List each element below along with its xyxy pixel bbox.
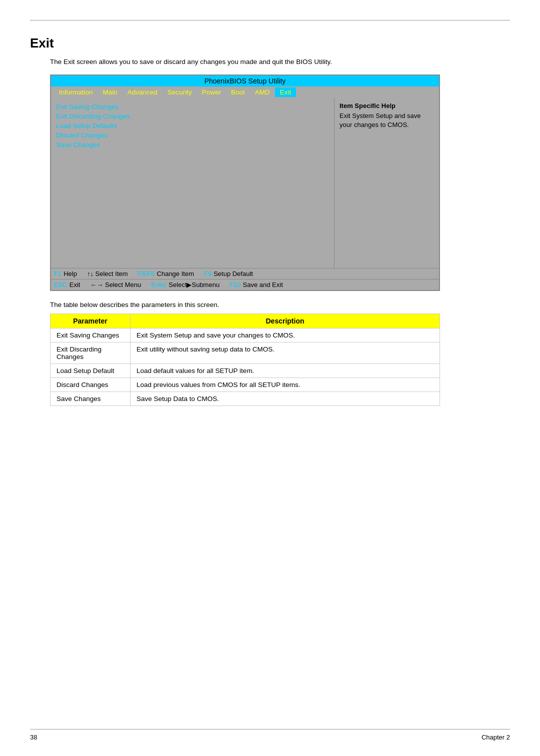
status-f10: F10 Save and Exit: [230, 281, 283, 288]
bios-help-panel: Item Specific Help Exit System Setup and…: [334, 98, 439, 268]
param-discard: Discard Changes: [50, 378, 130, 392]
bios-status-bar: F1 Help ↑↓ Select Item F5/F6 Change Item…: [51, 268, 439, 279]
status-enter: Enter Select▶Submenu: [151, 281, 220, 288]
status-f9: F9 Setup Default: [204, 270, 253, 278]
help-text: Exit System Setup and save your changes …: [340, 112, 434, 130]
status-select-menu: ←→ Select Menu: [90, 281, 141, 288]
f5f6-key: F5/F6: [138, 270, 155, 278]
menu-item-amd[interactable]: AMD: [250, 88, 275, 97]
table-row: Exit Saving Changes Exit System Setup an…: [50, 328, 440, 342]
f1-key: F1: [54, 270, 62, 278]
menu-item-main[interactable]: Main: [98, 88, 122, 97]
col-header-parameter: Parameter: [50, 314, 130, 328]
parameter-table: Parameter Description Exit Saving Change…: [50, 314, 440, 406]
intro-text: The Exit screen allows you to save or di…: [50, 58, 510, 66]
bios-menu-bar: Information Main Advanced Security Power…: [51, 86, 439, 98]
param-load-setup: Load Setup Default: [50, 364, 130, 378]
status-select-item: ↑↓ Select Item: [87, 270, 128, 278]
col-header-description: Description: [130, 314, 440, 328]
menu-item-advanced[interactable]: Advanced: [122, 88, 162, 97]
f9-desc: Setup Default: [214, 270, 253, 278]
option-discard-changes[interactable]: Discard Changes: [56, 130, 329, 140]
desc-exit-discarding: Exit utility without saving setup data t…: [130, 342, 440, 364]
table-row: Discard Changes Load previous values fro…: [50, 378, 440, 392]
menu-item-boot[interactable]: Boot: [226, 88, 250, 97]
param-save: Save Changes: [50, 392, 130, 406]
table-intro: The table below describes the parameters…: [50, 301, 510, 308]
status-f1: F1 Help: [54, 270, 77, 278]
enter-desc: Select▶Submenu: [168, 281, 220, 288]
chapter-label: Chapter 2: [482, 734, 510, 741]
desc-load-setup: Load default values for all SETUP item.: [130, 364, 440, 378]
updown-key: ↑↓ Select Item: [87, 270, 128, 278]
table-row: Save Changes Save Setup Data to CMOS.: [50, 392, 440, 406]
option-load-setup-defaults[interactable]: Load Setup Defaults: [56, 121, 329, 130]
table-row: Exit DiscardingChanges Exit utility with…: [50, 342, 440, 364]
menu-item-security[interactable]: Security: [162, 88, 197, 97]
desc-discard: Load previous values from CMOS for all S…: [130, 378, 440, 392]
desc-exit-saving: Exit System Setup and save your changes …: [130, 328, 440, 342]
f9-key: F9: [204, 270, 212, 278]
leftright-key: ←→ Select Menu: [90, 281, 141, 288]
bios-status-bar-2: ESC Exit ←→ Select Menu Enter Select▶Sub…: [51, 279, 439, 290]
bios-title-bar: PhoenixBIOS Setup Utility: [51, 76, 439, 86]
option-exit-discarding-changes[interactable]: Exit Discarding Changes: [56, 112, 329, 121]
f1-desc: Help: [64, 270, 77, 278]
f10-desc: Save and Exit: [243, 281, 283, 288]
bios-options-panel: Exit Saving Changes Exit Discarding Chan…: [51, 98, 334, 268]
option-exit-saving-changes[interactable]: Exit Saving Changes: [56, 102, 329, 112]
esc-desc: Exit: [70, 281, 80, 288]
help-title: Item Specific Help: [340, 102, 434, 110]
status-esc: ESC Exit: [54, 281, 80, 288]
f10-key: F10: [230, 281, 240, 288]
table-row: Load Setup Default Load default values f…: [50, 364, 440, 378]
bios-content-area: Exit Saving Changes Exit Discarding Chan…: [51, 98, 439, 268]
param-exit-saving: Exit Saving Changes: [50, 328, 130, 342]
bios-box: PhoenixBIOS Setup Utility Information Ma…: [50, 74, 440, 291]
param-exit-discarding: Exit DiscardingChanges: [50, 342, 130, 364]
menu-item-exit[interactable]: Exit: [275, 88, 296, 97]
page-title: Exit: [30, 36, 510, 51]
enter-key: Enter: [151, 281, 166, 288]
option-save-changes[interactable]: Save Changes: [56, 140, 329, 150]
menu-item-power[interactable]: Power: [197, 88, 226, 97]
menu-item-information[interactable]: Information: [54, 88, 98, 97]
page-number: 38: [30, 734, 37, 741]
f5f6-desc: Change Item: [157, 270, 194, 278]
status-f5f6: F5/F6 Change Item: [138, 270, 194, 278]
esc-key: ESC: [54, 281, 68, 288]
page-footer: 38 Chapter 2: [30, 729, 510, 741]
desc-save: Save Setup Data to CMOS.: [130, 392, 440, 406]
